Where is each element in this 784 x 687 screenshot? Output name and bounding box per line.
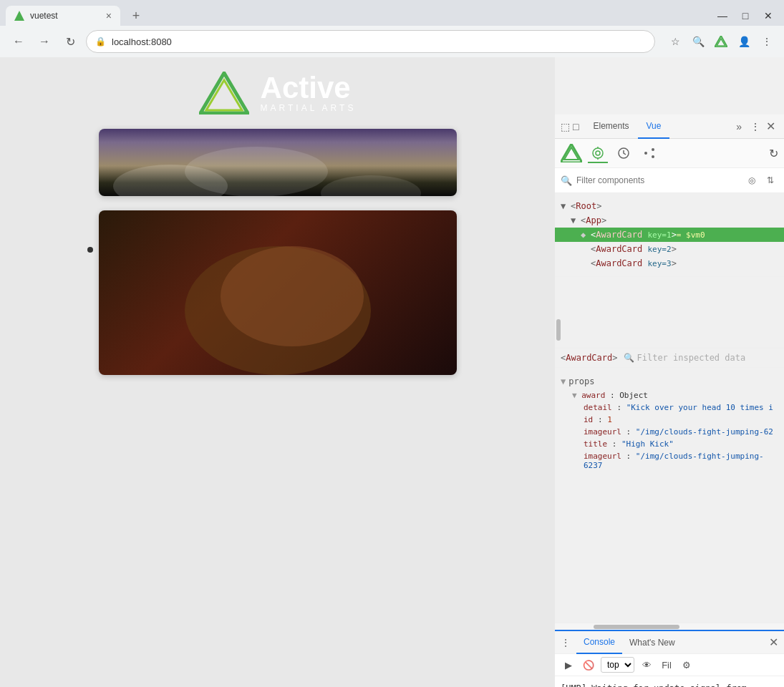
tree-award-card-1-binding: = $vm0 [677,230,705,240]
refresh-button[interactable]: ↻ [769,147,778,160]
console-close-button[interactable]: ✕ [769,635,778,649]
horizontal-scrollbar[interactable] [555,623,784,630]
props-label: props [568,376,594,386]
console-settings-icon[interactable]: ⚙ [679,657,695,673]
console-toolbar: ▶ 🚫 top 👁 Fil ⚙ [555,654,784,676]
devtools-more-button[interactable]: » [733,118,745,135]
nav-icons: ☆ 🔍 👤 ⋮ [667,33,775,50]
filter-inspected-icon[interactable]: 🔍 [624,353,634,363]
tree-award-card-2-name: AwardCard [596,244,642,254]
tab-whats-new[interactable]: What's New [622,631,682,654]
prop-id-value: 1 [607,415,612,424]
scrollbar-thumb[interactable] [556,319,561,341]
vuex-button[interactable] [639,143,659,163]
tree-root[interactable]: ▼ <Root> [555,199,784,213]
tree-award-card-3-name: AwardCard [596,258,642,268]
maximize-button[interactable]: □ [735,9,755,23]
tab-vue[interactable]: Vue [638,114,670,139]
reload-button[interactable]: ↻ [60,31,80,52]
tab-console[interactable]: Console [576,631,622,654]
tab-title: vuetest [30,11,100,21]
console-clear-icon[interactable]: 🚫 [581,657,596,673]
logo-triangle-icon [199,72,249,114]
devtools-main: ↻ 🔍 ◎ ⇅ ▼ <Root> ▼ [555,139,784,687]
browser-tab[interactable]: vuetest × [6,6,120,26]
svg-point-30 [596,151,600,155]
devtools-settings-icon[interactable]: ⋮ [750,121,760,132]
devtools-toggle-icon[interactable]: □ [573,121,579,132]
close-window-button[interactable]: ✕ [758,9,778,23]
devtools-inspect-icon[interactable]: ⬚ [561,121,570,132]
svg-point-6 [321,175,421,196]
console-context-select[interactable]: top [601,657,634,673]
devtools-tabs: Elements Vue [584,114,733,139]
prop-title-value: "High Kick" [621,439,674,449]
console-filter-icon[interactable]: Fil [659,657,674,673]
scroll-indicator [87,247,93,253]
address-bar[interactable]: 🔒 localhost:8080 [86,30,655,53]
award-card-1: High Kick Kick over your head 10 times i… [99,129,457,196]
prop-imageurl2-key: imageurl [584,452,621,461]
prop-detail-row: detail : "Kick over your head 10 times i [572,401,773,414]
console-body: [HMR] Waiting for update signal from WDS… [555,676,784,687]
tab-close-button[interactable]: × [106,10,112,21]
console-menu-button[interactable]: ⋮ [561,637,571,648]
tree-root-name: Root [576,201,596,211]
profile-icon[interactable]: 👤 [735,33,752,50]
props-area: ▼ props ▼ award : Object detail : "Kick … [555,368,784,623]
tree-app[interactable]: ▼ <App> [555,213,784,228]
tree-arrow-root: ▼ [561,201,571,211]
logo-subtitle: MARTIAL ARTS [261,103,357,113]
prop-imageurl-row: imageurl : "/img/clouds-fight-jumping-62 [572,426,773,438]
select-component-icon[interactable]: ◎ [744,172,760,188]
svg-point-29 [593,148,603,158]
nav-bar: ← → ↻ 🔒 localhost:8080 ☆ 🔍 👤 ⋮ [0,26,784,57]
prop-imageurl-value: "/img/clouds-fight-jumping-62 [636,427,773,437]
page-content: Active MARTIAL ARTS [0,57,555,687]
devtools-panel: ⬚ □ Elements Vue » ⋮ ✕ [555,114,784,687]
h-scroll-thumb[interactable] [594,625,679,629]
forward-button[interactable]: → [34,31,54,52]
prop-award-type: Object [619,391,648,400]
prop-detail-key: detail [584,403,612,412]
tab-elements[interactable]: Elements [584,114,637,139]
selected-component-tag: AwardCard [566,353,612,363]
prop-imageurl-key: imageurl [584,427,621,437]
new-tab-button[interactable]: + [126,6,146,26]
card-image-1 [99,129,457,196]
back-button[interactable]: ← [9,31,29,52]
tree-award-card-1-name: AwardCard [596,230,642,240]
logo-area: Active MARTIAL ARTS [199,72,357,114]
svg-point-35 [652,148,654,151]
prop-imageurl2-row: imageurl : "/img/clouds-fight-jumping-62… [572,450,778,472]
browser-chrome: vuetest × + — □ ✕ ← → ↻ 🔒 localhost:8080… [0,0,784,57]
card-image-2 [99,210,457,375]
filter-inspected-text: Filter inspected data [637,353,746,363]
minimize-button[interactable]: — [712,9,732,23]
menu-icon[interactable]: ⋮ [758,33,775,50]
timeline-button[interactable] [614,143,634,163]
tree-award-card-2[interactable]: <AwardCard key=2> [555,242,784,256]
svg-point-26 [221,246,364,346]
logo-text: Active MARTIAL ARTS [261,73,357,113]
award-card-props-header: <AwardCard> 🔍 Filter inspected data [555,349,784,368]
tree-award-card-1[interactable]: ◆ <AwardCard key=1> = $vm0 [555,228,784,242]
tree-app-name: App [586,215,601,225]
window-controls: — □ ✕ [712,9,778,23]
vue-toolbar: ↻ [555,139,784,168]
vue-extension-icon[interactable] [712,33,730,50]
tree-award-card-3[interactable]: <AwardCard key=3> [555,256,784,271]
console-eye-icon[interactable]: 👁 [639,657,654,673]
filter-components-input[interactable] [576,175,744,185]
svg-point-37 [645,152,647,154]
bookmark-star-icon[interactable]: ☆ [667,33,684,50]
component-inspector-button[interactable] [588,143,608,163]
tree-award-card-1-key: key=1 [648,230,672,240]
devtools-close-button[interactable]: ✕ [763,117,778,136]
address-text: localhost:8080 [112,36,646,47]
search-icon[interactable]: 🔍 [689,33,707,50]
console-execute-icon[interactable]: ▶ [561,657,576,673]
prop-award-key: award [581,391,605,400]
sort-icon[interactable]: ⇅ [763,172,778,188]
console-header: ⋮ Console What's New ✕ [555,631,784,654]
